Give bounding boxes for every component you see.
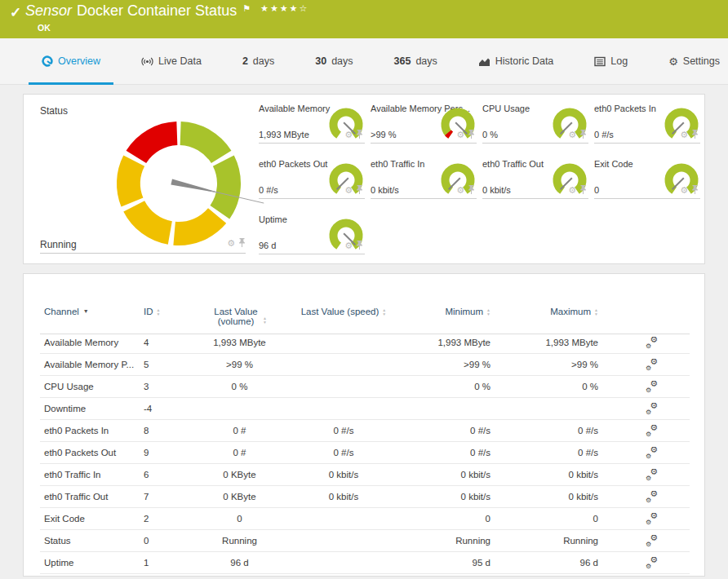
cell-maximum: >99 %	[491, 360, 598, 369]
cell-channel: Exit Code	[40, 514, 144, 524]
channel-gauge-tile[interactable]: Exit Code0⚙	[594, 158, 700, 199]
channel-gauge-tile[interactable]: CPU Usage0 %⚙	[482, 103, 588, 144]
cell-last-value-volume: Running	[193, 536, 286, 546]
cell-last-value-volume: 0 #	[193, 448, 286, 457]
channel-settings-button[interactable]: ⚙⚙	[598, 381, 688, 392]
gear-icon[interactable]: ⚙	[568, 130, 576, 139]
th-maximum[interactable]: Maximum▲▼	[491, 307, 598, 316]
pin-icon[interactable]	[579, 183, 587, 197]
gear-icon[interactable]: ⚙	[568, 186, 576, 194]
table-row[interactable]: Available Memory41,993 MByte1,993 MByte1…	[40, 332, 690, 354]
pin-icon[interactable]	[356, 183, 363, 197]
tab-log[interactable]: Log	[589, 38, 633, 84]
cell-channel: eth0 Packets Out	[40, 448, 144, 457]
pin-icon[interactable]	[691, 127, 699, 142]
tab-label: days	[253, 55, 274, 67]
gear-icon[interactable]: ⚙	[344, 130, 353, 139]
pin-icon[interactable]	[691, 183, 699, 197]
table-row[interactable]: eth0 Packets Out90 #0 #/s0 #/s0 #/s⚙⚙	[40, 442, 690, 464]
table-row[interactable]: eth0 Traffic Out70 KByte0 kbit/s0 kbit/s…	[40, 486, 690, 508]
table-row[interactable]: eth0 Traffic In60 KByte0 kbit/s0 kbit/s0…	[40, 464, 690, 486]
th-last-value-speed[interactable]: Last Value (speed)▲▼	[286, 307, 401, 316]
channel-settings-button[interactable]: ⚙⚙	[598, 359, 688, 370]
table-row[interactable]: eth0 Packets In80 #0 #/s0 #/s0 #/s⚙⚙	[40, 420, 690, 442]
channel-settings-button[interactable]: ⚙⚙	[598, 535, 688, 546]
channel-settings-button[interactable]: ⚙⚙	[598, 425, 688, 436]
table-row[interactable]: Downtime-4⚙⚙	[40, 398, 690, 420]
pin-icon[interactable]	[468, 127, 475, 142]
tab-365-days[interactable]: 365days	[389, 38, 442, 84]
channel-settings-button[interactable]: ⚙⚙	[598, 337, 688, 348]
channel-settings-button[interactable]: ⚙⚙	[598, 403, 688, 414]
channel-gauge-tile[interactable]: Uptime96 d⚙	[259, 214, 365, 254]
channel-settings-button[interactable]: ⚙⚙	[598, 447, 688, 458]
channel-gauge-value: 0 kbit/s	[482, 185, 511, 195]
tab-2-days[interactable]: 2days	[237, 38, 279, 84]
gear-icon[interactable]: ⚙	[680, 186, 688, 194]
gear-icon[interactable]: ⚙	[227, 239, 235, 247]
gears-icon: ⚙⚙	[646, 447, 658, 458]
tab-historic-data[interactable]: Historic Data	[473, 38, 559, 84]
status-gauge-footer: Running ⚙	[40, 236, 246, 254]
cell-maximum: 0 kbit/s	[491, 470, 598, 480]
channel-gauge-tile[interactable]: eth0 Traffic In0 kbit/s⚙	[371, 158, 477, 199]
gear-icon[interactable]: ⚙	[456, 130, 464, 139]
gears-icon: ⚙⚙	[646, 557, 658, 568]
table-row[interactable]: Uptime196 d95 d96 d⚙⚙	[40, 552, 690, 574]
table-row[interactable]: CPU Usage30 %0 %0 %⚙⚙	[40, 376, 690, 398]
cell-maximum: 0 %	[491, 382, 598, 391]
cell-last-value-volume: 0 %	[193, 382, 286, 391]
channel-gauge-tile[interactable]: eth0 Traffic Out0 kbit/s⚙	[482, 158, 588, 199]
gear-icon[interactable]: ⚙	[344, 241, 353, 250]
cell-minimum: 0 #/s	[401, 426, 491, 435]
tab-live-data[interactable]: Live Data	[136, 38, 206, 84]
cell-last-value-speed: 0 #/s	[286, 426, 401, 435]
th-minimum[interactable]: Minimum▲▼	[401, 307, 491, 316]
gear-icon[interactable]: ⚙	[344, 186, 353, 194]
tab-settings[interactable]: ⚙Settings	[664, 38, 725, 84]
tab-bar: OverviewLive Data2days30days365daysHisto…	[0, 38, 728, 85]
channel-gauge-tile[interactable]: Available Memory1,993 MByte⚙	[259, 103, 365, 144]
tab-number: 30	[315, 55, 326, 67]
gears-icon: ⚙⚙	[646, 469, 658, 480]
tab-30-days[interactable]: 30days	[310, 38, 357, 84]
pin-icon[interactable]	[579, 127, 587, 142]
sensor-kicker: Sensor	[25, 2, 72, 20]
pin-icon[interactable]	[468, 183, 475, 197]
channel-gauge-tile[interactable]: eth0 Packets Out0 #/s⚙	[259, 158, 365, 199]
table-row[interactable]: Status0RunningRunningRunning⚙⚙	[40, 530, 690, 552]
channel-gauge-value: 0 #/s	[259, 185, 278, 195]
cell-minimum: 0 #/s	[401, 448, 491, 457]
th-last-value-volume[interactable]: Last Value (volume)▲▼	[193, 307, 286, 326]
rating-stars[interactable]: ★★★★☆	[260, 3, 309, 14]
channel-gauge-tile[interactable]: Available Memory Perc...>99 %⚙	[371, 103, 477, 144]
cell-channel: Status	[40, 536, 144, 546]
cell-id: 5	[144, 360, 193, 369]
cell-id: 1	[144, 558, 193, 568]
tab-number: 2	[242, 55, 248, 67]
gear-icon[interactable]: ⚙	[680, 130, 688, 139]
flag-icon[interactable]: ⚑	[242, 3, 251, 14]
cell-minimum: 0 kbit/s	[401, 470, 491, 480]
table-row[interactable]: Exit Code2000⚙⚙	[40, 508, 690, 530]
cell-id: 7	[144, 492, 193, 502]
channel-settings-button[interactable]: ⚙⚙	[598, 491, 688, 502]
channel-settings-button[interactable]: ⚙⚙	[598, 513, 688, 524]
table-header-row: Channel▼ ID▲▼ Last Value (volume)▲▼ Last…	[40, 307, 690, 334]
th-channel[interactable]: Channel▼	[40, 307, 144, 316]
th-id[interactable]: ID▲▼	[144, 307, 193, 316]
pin-icon[interactable]	[356, 127, 363, 142]
pin-icon[interactable]	[356, 238, 363, 253]
channel-settings-button[interactable]: ⚙⚙	[598, 557, 688, 568]
channel-gauge-tile[interactable]: eth0 Packets In0 #/s⚙	[594, 103, 700, 144]
status-gauge-tile[interactable]: Status Running ⚙	[30, 99, 255, 260]
cell-minimum: 0	[401, 514, 491, 524]
status-donut-gauge	[109, 114, 248, 253]
table-row[interactable]: Available Memory P...5>99 %>99 %>99 %⚙⚙	[40, 354, 690, 376]
gears-icon: ⚙⚙	[646, 491, 658, 502]
tab-overview[interactable]: Overview	[37, 38, 105, 84]
page-title: Docker Container Status	[77, 2, 237, 20]
channel-settings-button[interactable]: ⚙⚙	[598, 469, 688, 480]
gear-icon[interactable]: ⚙	[456, 186, 464, 194]
pin-icon[interactable]	[238, 236, 246, 250]
